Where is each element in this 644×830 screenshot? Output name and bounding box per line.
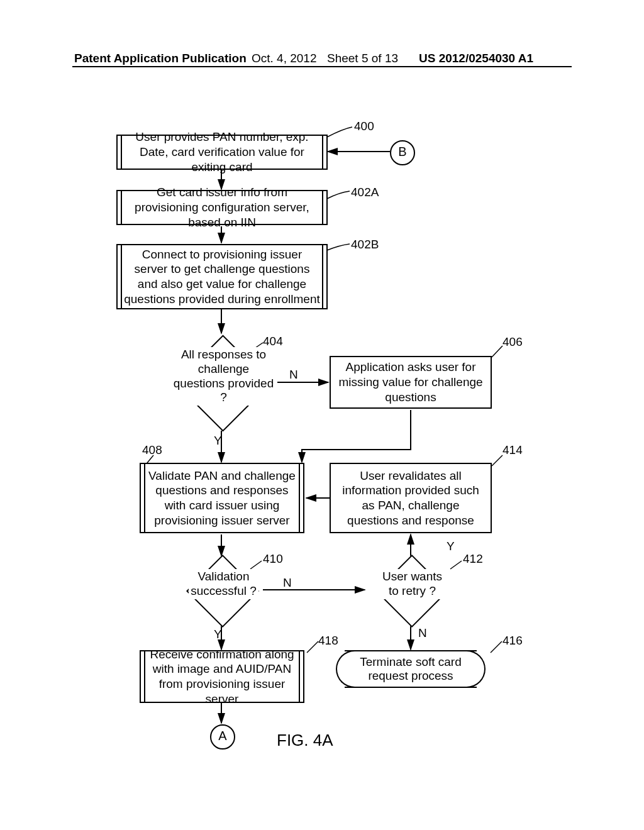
step-402a: Get card issuer info from provisioning c… <box>116 190 328 225</box>
label-n-412: N <box>418 626 427 640</box>
label-n-404: N <box>289 368 298 382</box>
label-n-410: N <box>283 576 292 590</box>
label-y-404: Y <box>214 434 222 448</box>
label-y-410: Y <box>214 628 222 641</box>
step-406: Application asks user for missing value … <box>330 356 492 409</box>
figure-label: FIG. 4A <box>277 731 333 750</box>
step-408: Validate PAN and challenge questions and… <box>140 463 304 533</box>
header-pubno: US 2012/0254030 A1 <box>419 52 533 65</box>
ref-416: 416 <box>502 634 523 648</box>
ref-402a: 402A <box>351 185 379 199</box>
header-publication: Patent Application Publication <box>74 52 247 65</box>
ref-412: 412 <box>463 552 483 566</box>
ref-408: 408 <box>142 443 162 457</box>
ref-406: 406 <box>502 335 523 349</box>
header-sheet: Sheet 5 of 13 <box>327 52 398 65</box>
ref-402b: 402B <box>351 238 379 252</box>
header-date: Oct. 4, 2012 <box>252 52 317 65</box>
decision-412: User wants to retry ? <box>374 569 450 599</box>
ref-400: 400 <box>354 119 374 133</box>
decision-410: Validation successful ? <box>189 569 258 599</box>
step-400: User provides PAN number, exp. Date, car… <box>116 135 328 170</box>
terminator-416: Terminate soft card request process <box>345 650 477 688</box>
ref-414: 414 <box>502 443 523 457</box>
connector-b: B <box>390 140 415 165</box>
svg-line-19 <box>491 641 502 653</box>
page: Patent Application Publication Oct. 4, 2… <box>0 0 644 830</box>
header-rule <box>72 66 572 67</box>
connector-a: A <box>210 724 235 750</box>
connectors <box>0 0 644 830</box>
svg-line-17 <box>250 561 262 569</box>
ref-404: 404 <box>263 335 283 348</box>
step-414: User revalidates all information provide… <box>330 463 492 533</box>
svg-line-20 <box>307 641 318 653</box>
ref-410: 410 <box>263 552 283 566</box>
ref-418: 418 <box>318 634 338 648</box>
step-402b: Connect to provisioning issuer server to… <box>116 244 328 309</box>
svg-line-16 <box>492 455 502 466</box>
terminator-416-text: Terminate soft card request process <box>345 655 477 683</box>
decision-404: All responses to challenge questions pro… <box>170 347 277 406</box>
svg-line-18 <box>450 561 462 569</box>
step-418: Receive confirmation along with image an… <box>140 650 304 703</box>
label-y-412: Y <box>447 540 455 553</box>
svg-line-14 <box>492 346 502 357</box>
